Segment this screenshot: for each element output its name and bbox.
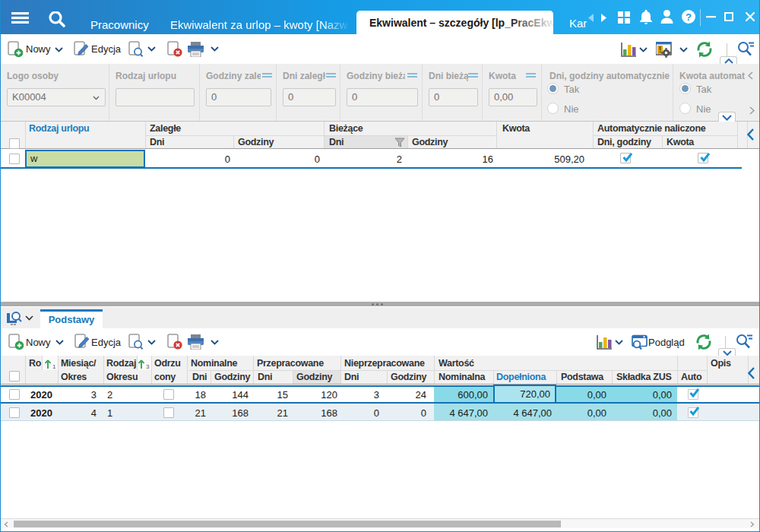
svg-text:3: 3 xyxy=(146,363,150,369)
svg-text:?: ? xyxy=(686,11,692,23)
svg-text:1: 1 xyxy=(52,363,56,369)
svg-text:!: ! xyxy=(659,46,661,54)
